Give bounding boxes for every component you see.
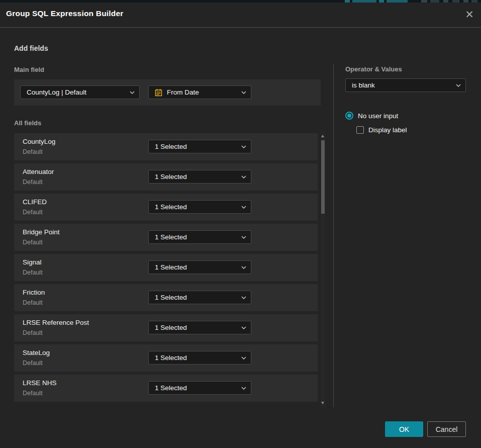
checkbox-unchecked-icon bbox=[356, 126, 364, 134]
field-selected-value: 1 Selected bbox=[155, 324, 238, 331]
field-name: StateLog bbox=[23, 349, 50, 356]
scrollbar-down-arrow-icon[interactable] bbox=[321, 402, 324, 404]
operator-value: is blank bbox=[352, 81, 453, 89]
field-row: Bridge Point Default 1 Selected bbox=[14, 224, 318, 251]
chevron-down-icon bbox=[241, 91, 246, 94]
chevron-down-icon bbox=[241, 387, 246, 390]
field-subtitle: Default bbox=[23, 390, 43, 397]
field-selected-dropdown[interactable]: 1 Selected bbox=[148, 170, 251, 184]
field-name: LRSE Reference Post bbox=[23, 319, 89, 326]
chevron-down-icon bbox=[241, 206, 246, 209]
chevron-down-icon bbox=[241, 145, 246, 148]
chevron-down-icon bbox=[241, 326, 246, 329]
field-row: CountyLog Default 1 Selected bbox=[14, 133, 318, 160]
field-subtitle: Default bbox=[23, 178, 43, 186]
no-user-input-label: No user input bbox=[358, 112, 398, 120]
chevron-down-icon bbox=[241, 266, 246, 269]
field-row: Signal Default 1 Selected bbox=[14, 254, 318, 281]
close-icon[interactable]: ✕ bbox=[461, 7, 477, 23]
main-field-label: Main field bbox=[14, 66, 44, 73]
radio-selected-icon bbox=[345, 112, 353, 120]
no-user-input-radio[interactable]: No user input bbox=[345, 112, 398, 120]
field-row: LRSE Reference Post Default 1 Selected bbox=[14, 314, 318, 341]
field-selected-dropdown[interactable]: 1 Selected bbox=[148, 381, 251, 395]
field-name: Signal bbox=[23, 258, 42, 266]
field-name: CountyLog bbox=[23, 138, 55, 145]
field-selected-dropdown[interactable]: 1 Selected bbox=[148, 351, 251, 365]
ok-button[interactable]: OK bbox=[385, 421, 423, 437]
field-subtitle: Default bbox=[23, 329, 43, 336]
field-name: LRSE NHS bbox=[23, 379, 57, 387]
chevron-down-icon bbox=[241, 175, 246, 178]
field-row: Friction Default 1 Selected bbox=[14, 284, 318, 311]
header-divider bbox=[0, 27, 481, 28]
main-field-source-value: CountyLog | Default bbox=[27, 88, 127, 96]
field-subtitle: Default bbox=[23, 209, 43, 216]
main-field-date-value: From Date bbox=[167, 88, 238, 96]
operator-dropdown[interactable]: is blank bbox=[345, 78, 466, 92]
field-subtitle: Default bbox=[23, 299, 43, 306]
scrollbar-thumb[interactable] bbox=[321, 140, 325, 214]
chevron-down-icon bbox=[241, 356, 246, 360]
screen: Group SQL Expression Builder ✕ Add field… bbox=[0, 0, 481, 448]
field-selected-dropdown[interactable]: 1 Selected bbox=[148, 200, 251, 214]
add-fields-heading: Add fields bbox=[14, 44, 48, 52]
field-selected-value: 1 Selected bbox=[155, 294, 238, 301]
display-label-checkbox[interactable]: Display label bbox=[356, 126, 407, 134]
field-selected-value: 1 Selected bbox=[155, 173, 238, 181]
field-row: LRSE NHS Default 1 Selected bbox=[14, 375, 318, 402]
field-subtitle: Default bbox=[23, 269, 43, 276]
dialog-title: Group SQL Expression Builder bbox=[6, 9, 124, 18]
main-field-date-dropdown[interactable]: From Date bbox=[148, 85, 251, 99]
field-name: Attenuator bbox=[23, 168, 54, 175]
field-subtitle: Default bbox=[23, 148, 43, 155]
field-selected-value: 1 Selected bbox=[155, 203, 238, 211]
field-subtitle: Default bbox=[23, 239, 43, 246]
field-row: Attenuator Default 1 Selected bbox=[14, 163, 318, 191]
field-selected-value: 1 Selected bbox=[155, 143, 238, 150]
field-row: CLIFED Default 1 Selected bbox=[14, 194, 318, 221]
operator-values-label: Operator & Values bbox=[345, 65, 402, 73]
calendar-icon bbox=[155, 88, 162, 97]
chevron-down-icon bbox=[241, 296, 246, 299]
cancel-button[interactable]: Cancel bbox=[427, 421, 466, 437]
display-label-label: Display label bbox=[368, 126, 407, 134]
field-selected-dropdown[interactable]: 1 Selected bbox=[148, 140, 251, 153]
chevron-down-icon bbox=[456, 84, 461, 87]
chevron-down-icon bbox=[130, 91, 135, 94]
chevron-down-icon bbox=[241, 236, 246, 239]
field-name: CLIFED bbox=[23, 198, 47, 206]
field-selected-value: 1 Selected bbox=[155, 384, 238, 392]
field-selected-dropdown[interactable]: 1 Selected bbox=[148, 260, 251, 274]
field-selected-dropdown[interactable]: 1 Selected bbox=[148, 321, 251, 334]
field-subtitle: Default bbox=[23, 360, 43, 367]
field-selected-value: 1 Selected bbox=[155, 263, 238, 271]
group-sql-expression-builder-dialog: Group SQL Expression Builder ✕ Add field… bbox=[0, 3, 481, 448]
field-selected-dropdown[interactable]: 1 Selected bbox=[148, 291, 251, 304]
main-field-source-dropdown[interactable]: CountyLog | Default bbox=[20, 85, 140, 99]
all-fields-label: All fields bbox=[14, 119, 41, 127]
field-name: Bridge Point bbox=[23, 228, 60, 236]
panel-divider bbox=[333, 64, 334, 407]
field-selected-value: 1 Selected bbox=[155, 354, 238, 362]
field-name: Friction bbox=[23, 289, 45, 296]
field-selected-value: 1 Selected bbox=[155, 233, 238, 241]
field-selected-dropdown[interactable]: 1 Selected bbox=[148, 230, 251, 244]
scrollbar-up-arrow-icon[interactable] bbox=[321, 135, 324, 137]
field-row: StateLog Default 1 Selected bbox=[14, 344, 318, 372]
list-scrollbar[interactable] bbox=[321, 132, 325, 407]
